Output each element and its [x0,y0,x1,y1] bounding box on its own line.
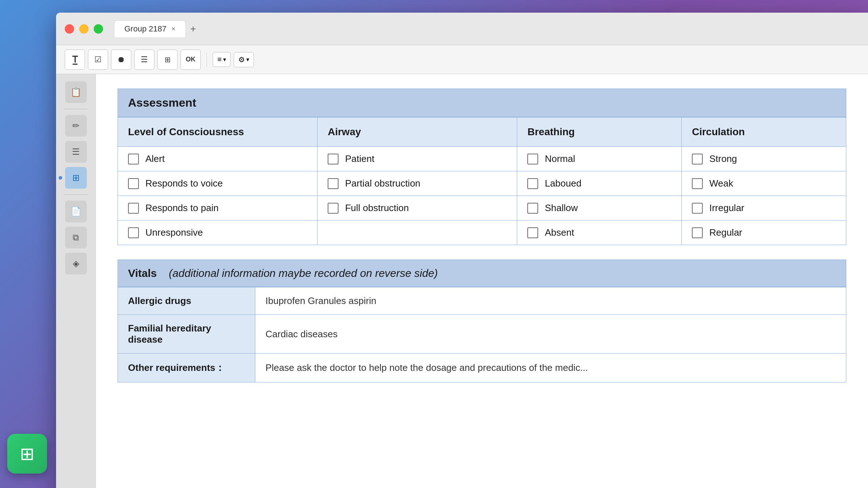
vitals-header: Vitals (additional information maybe rec… [118,260,846,287]
settings-chevron: ▾ [246,56,249,63]
sidebar-divider-2 [64,194,88,195]
breathing-cell-4: Absent [517,221,682,245]
other-value: Please ask the doctor to help note the d… [255,354,846,382]
sidebar-item-list[interactable]: ☰ [65,141,87,163]
align-chevron: ▾ [223,56,226,63]
assessment-section: Assessment Level of Consciousness Airway… [118,89,846,245]
text-tool-button[interactable]: T̲ [65,50,85,70]
col-header-circulation: Circulation [682,117,846,147]
left-sidebar: 📋 ✏ ☰ ⊞ 📄 ⧉ ◈ [56,74,96,488]
hereditary-label: Familial hereditary disease [118,315,255,354]
checkbox-patient[interactable] [328,154,339,164]
sidebar-item-grid[interactable]: ⊞ [65,167,87,189]
template-icon: 📄 [71,206,81,217]
checkbox-strong[interactable] [692,154,703,164]
sidebar-item-layers[interactable]: ⧉ [65,227,87,248]
checkbox-unresponsive[interactable] [128,227,139,238]
checkbox-irregular[interactable] [692,203,703,214]
checkbox-full-obstruction[interactable] [328,203,339,214]
list-tool-button[interactable]: ☰ [134,50,154,70]
vitals-row-allergic: Allergic drugs Ibuprofen Granules aspiri… [118,287,846,315]
loc-cell-2: Responds to voice [118,171,318,196]
assessment-table: Level of Consciousness Airway Breathing … [118,117,846,245]
checkbox-alert[interactable] [128,154,139,164]
col-header-loc: Level of Consciousness [118,117,318,147]
components-icon: ◈ [73,258,79,269]
settings-icon: ⚙ [238,55,245,64]
vitals-subtitle: (additional information maybe recorded o… [169,267,438,279]
align-icon: ≡ [217,55,222,64]
loc-cell-1: Alert [118,147,318,171]
active-indicator [59,176,62,180]
circulation-cell-1: Strong [682,147,846,171]
hereditary-value: Cardiac diseases [255,315,846,354]
checkbox-laboued[interactable] [527,178,538,189]
tab-area: Group 2187 × + [114,20,859,37]
airway-cell-2: Partial obstruction [318,171,517,196]
assessment-title: Assessment [118,89,846,117]
main-area: 📋 ✏ ☰ ⊞ 📄 ⧉ ◈ [56,74,868,488]
assessment-row-1: Alert Patient [118,147,846,171]
align-dropdown[interactable]: ≡ ▾ [213,52,231,67]
checkbox-regular[interactable] [692,227,703,238]
text-icon: T̲ [72,55,78,65]
airway-cell-3: Full obstruction [318,196,517,221]
checkbox-weak[interactable] [692,178,703,189]
sidebar-item-document[interactable]: 📋 [65,81,87,103]
toolbar: T̲ ☑ ⏺ ☰ ⊞ OK ≡ ▾ ⚙ ▾ [56,45,868,74]
traffic-lights [65,24,103,34]
loc-cell-3: Responds to pain [118,196,318,221]
col-header-airway: Airway [318,117,517,147]
table-tool-button[interactable]: ⊞ [157,50,178,70]
record-icon: ⏺ [117,55,125,64]
app-icon[interactable]: ⊞ [7,434,47,474]
sidebar-item-text[interactable]: ✏ [65,115,87,137]
vitals-row-hereditary: Familial hereditary disease Cardiac dise… [118,315,846,354]
sidebar-item-components[interactable]: ◈ [65,253,87,274]
checkbox-tool-button[interactable]: ☑ [88,50,108,70]
checkbox-shallow[interactable] [527,203,538,214]
circulation-cell-3: Irregular [682,196,846,221]
vitals-table: Allergic drugs Ibuprofen Granules aspiri… [118,287,846,382]
app-icon-glyph: ⊞ [20,444,34,464]
table-icon: ⊞ [165,55,171,64]
col-header-breathing: Breathing [517,117,682,147]
pencil-icon: ✏ [72,121,80,131]
checkbox-absent[interactable] [527,227,538,238]
tab-close-button[interactable]: × [171,25,175,33]
sidebar-item-template[interactable]: 📄 [65,201,87,222]
circulation-cell-4: Regular [682,221,846,245]
assessment-row-2: Responds to voice Partial obstruction [118,171,846,196]
close-button[interactable] [65,24,74,34]
active-tab[interactable]: Group 2187 × [114,20,186,37]
title-bar: Group 2187 × + [56,13,868,45]
list-icon: ☰ [141,55,148,64]
list-sidebar-icon: ☰ [72,147,80,157]
loc-cell-4: Unresponsive [118,221,318,245]
checkbox-partial-obstruction[interactable] [328,178,339,189]
ok-tool-button[interactable]: OK [180,50,201,70]
checkbox-normal[interactable] [527,154,538,164]
checkbox-responds-voice[interactable] [128,178,139,189]
circulation-cell-2: Weak [682,171,846,196]
sidebar-divider-1 [64,109,88,109]
tab-title: Group 2187 [124,24,166,34]
assessment-row-3: Responds to pain Full obstruction [118,196,846,221]
allergic-value: Ibuprofen Granules aspirin [255,287,846,315]
allergic-label: Allergic drugs [118,287,255,315]
maximize-button[interactable] [94,24,103,34]
document-content: Assessment Level of Consciousness Airway… [96,74,868,488]
checkbox-icon: ☑ [94,55,102,64]
airway-cell-1: Patient [318,147,517,171]
checkbox-responds-pain[interactable] [128,203,139,214]
minimize-button[interactable] [79,24,89,34]
breathing-cell-1: Normal [517,147,682,171]
new-tab-button[interactable]: + [190,23,196,35]
record-tool-button[interactable]: ⏺ [111,50,131,70]
document-icon: 📋 [71,87,81,97]
breathing-cell-2: Laboued [517,171,682,196]
airway-cell-4 [318,221,517,245]
breathing-cell-3: Shallow [517,196,682,221]
settings-dropdown[interactable]: ⚙ ▾ [234,52,254,67]
ok-icon: OK [186,56,196,63]
